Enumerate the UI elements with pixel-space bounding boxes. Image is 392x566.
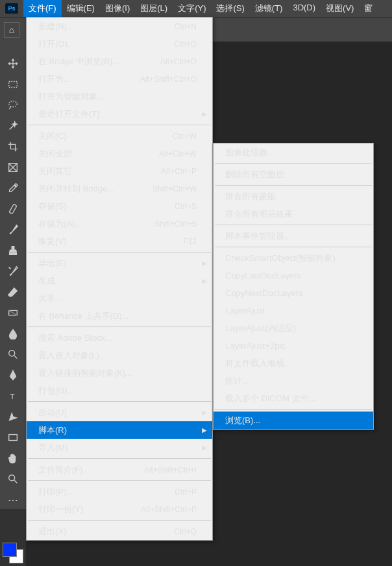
file-item-10[interactable]: 关闭并转到 Bridge...Shift+Ctrl+W [27, 180, 212, 197]
menu-item-label: 置入嵌入对象(L)... [38, 350, 197, 362]
marquee-tool[interactable] [4, 75, 22, 93]
history-brush-tool[interactable] [4, 262, 22, 280]
svg-text:T: T [10, 392, 15, 400]
script-item-15[interactable]: 将文件载入堆栈... [214, 354, 373, 372]
healing-tool[interactable] [4, 200, 22, 218]
file-menu-dropdown: 新建(N)...Ctrl+N打开(O)...Ctrl+O在 Bridge 中浏览… [26, 17, 213, 541]
file-item-22[interactable]: 置入链接的智能对象(K)... [27, 364, 212, 382]
menu-4[interactable]: 文字(Y) [173, 0, 211, 17]
script-item-4[interactable]: 拼合所有蒙版 [214, 188, 373, 205]
file-item-0[interactable]: 新建(N)...Ctrl+N [27, 18, 212, 35]
menu-item-label: 拼合所有图层效果 [225, 208, 358, 220]
menu-item-label: 存储为(A)... [38, 218, 141, 230]
menu-8[interactable]: 视图(V) [321, 0, 359, 17]
menu-item-label: 在 Bridge 中浏览(B)... [38, 56, 147, 68]
file-item-27[interactable]: 导入(M)▶ [27, 439, 212, 456]
script-item-19[interactable]: 浏览(B)... [214, 412, 373, 429]
file-item-5[interactable]: 最近打开文件(T)▶ [27, 105, 212, 123]
menu-6[interactable]: 滤镜(T) [250, 0, 288, 17]
file-item-7[interactable]: 关闭(C)Ctrl+W [27, 127, 212, 145]
file-separator [28, 520, 211, 521]
script-item-10[interactable]: CopyLastDocLayers [214, 267, 373, 284]
script-item-5[interactable]: 拼合所有图层效果 [214, 205, 373, 223]
file-item-29[interactable]: 文件简介(F)...Alt+Shift+Ctrl+I [27, 461, 212, 478]
file-item-18[interactable]: 在 Behance 上共享(D)... [27, 307, 212, 325]
file-item-8[interactable]: 关闭全部Alt+Ctrl+W [27, 145, 212, 162]
type-tool[interactable]: T [4, 387, 22, 405]
script-item-9[interactable]: CheckSmartObject(智能对象) [214, 249, 373, 267]
file-item-2[interactable]: 在 Bridge 中浏览(B)...Alt+Ctrl+O [27, 53, 212, 70]
file-item-12[interactable]: 存储为(A)...Shift+Ctrl+S [27, 215, 212, 232]
menu-item-label: CheckSmartObject(智能对象) [225, 252, 358, 264]
crop-tool[interactable] [4, 138, 22, 156]
script-item-0[interactable]: 图像处理器... [214, 143, 373, 161]
more-tool[interactable]: ⋯ [4, 491, 22, 509]
file-item-25[interactable]: 自动(U)▶ [27, 404, 212, 421]
file-separator [28, 458, 211, 459]
zoom-tool[interactable] [4, 470, 22, 488]
file-item-3[interactable]: 打开为...Alt+Shift+Ctrl+O [27, 70, 212, 88]
gradient-tool[interactable] [4, 304, 22, 322]
wand-tool[interactable] [4, 117, 22, 135]
menu-item-label: 统计... [225, 375, 358, 387]
pen-tool[interactable] [4, 366, 22, 384]
script-item-2[interactable]: 删除所有空图层 [214, 166, 373, 183]
menu-3[interactable]: 图层(L) [135, 0, 173, 17]
blur-tool[interactable] [4, 325, 22, 343]
menu-item-label: 搜索 Adobe Stock... [38, 332, 197, 344]
foreground-color[interactable] [3, 543, 17, 557]
move-tool[interactable] [4, 55, 22, 73]
menu-5[interactable]: 选择(S) [211, 0, 249, 17]
script-item-13[interactable]: LayerAjust(内适应) [214, 319, 373, 337]
menu-9[interactable]: 窗 [359, 0, 378, 17]
file-item-26[interactable]: 脚本(R)▶ [27, 421, 212, 439]
stamp-tool[interactable] [4, 241, 22, 260]
rectangle-tool[interactable] [4, 428, 22, 447]
svg-rect-3 [9, 204, 17, 214]
menu-item-shortcut: Shift+Ctrl+W [153, 184, 197, 193]
script-item-14[interactable]: LayerAjust+2pic [214, 337, 373, 354]
file-item-13: 恢复(V)F12 [27, 232, 212, 250]
menu-item-shortcut: Shift+Ctrl+S [154, 219, 197, 228]
script-item-7[interactable]: 脚本事件管理器... [214, 227, 373, 245]
menu-0[interactable]: 文件(F) [23, 0, 62, 17]
file-item-20[interactable]: 搜索 Adobe Stock... [27, 329, 212, 347]
hand-tool[interactable] [4, 449, 22, 467]
menu-2[interactable]: 图像(I) [100, 0, 135, 17]
svg-point-5 [9, 351, 15, 356]
frame-tool[interactable] [4, 158, 22, 177]
script-separator [215, 185, 372, 186]
file-item-32[interactable]: 打印一份(Y)Alt+Shift+Ctrl+P [27, 500, 212, 518]
dodge-tool[interactable] [4, 345, 22, 363]
submenu-arrow-icon: ▶ [202, 260, 207, 267]
path-tool[interactable] [4, 408, 22, 426]
color-swatches[interactable] [3, 543, 23, 563]
brush-tool[interactable] [4, 221, 22, 239]
file-item-4[interactable]: 打开为智能对象... [27, 88, 212, 105]
lasso-tool[interactable] [4, 96, 22, 114]
home-icon[interactable]: ⌂ [4, 22, 19, 38]
toolbar: T ⋯ [0, 42, 26, 509]
script-item-16[interactable]: 统计... [214, 372, 373, 389]
script-item-12[interactable]: LayerAjust [214, 302, 373, 319]
file-item-17[interactable]: 共享... [27, 289, 212, 307]
submenu-arrow-icon: ▶ [202, 277, 207, 284]
eraser-tool[interactable] [4, 283, 22, 301]
menu-7[interactable]: 3D(D) [288, 0, 321, 17]
script-item-11[interactable]: CopyNextDocLayers [214, 284, 373, 302]
eyedropper-tool[interactable] [4, 179, 22, 197]
script-item-17[interactable]: 载入多个 DICOM 文件... [214, 389, 373, 407]
file-item-15[interactable]: 导出(E)▶ [27, 254, 212, 272]
file-item-31[interactable]: 打印(P)...Ctrl+P [27, 483, 212, 500]
menu-item-label: 打印(P)... [38, 486, 162, 498]
menu-item-label: LayerAjust+2pic [225, 341, 358, 351]
file-item-1[interactable]: 打开(O)...Ctrl+O [27, 35, 212, 53]
menu-1[interactable]: 编辑(E) [62, 0, 100, 17]
menu-item-label: 关闭并转到 Bridge... [38, 183, 140, 195]
menu-item-shortcut: Ctrl+O [174, 40, 197, 49]
file-item-34[interactable]: 退出(X)Ctrl+Q [27, 523, 212, 540]
file-item-21[interactable]: 置入嵌入对象(L)... [27, 347, 212, 364]
menu-item-shortcut: Ctrl+S [175, 202, 197, 211]
menu-item-label: 打开为... [38, 73, 127, 85]
file-item-16[interactable]: 生成▶ [27, 272, 212, 289]
